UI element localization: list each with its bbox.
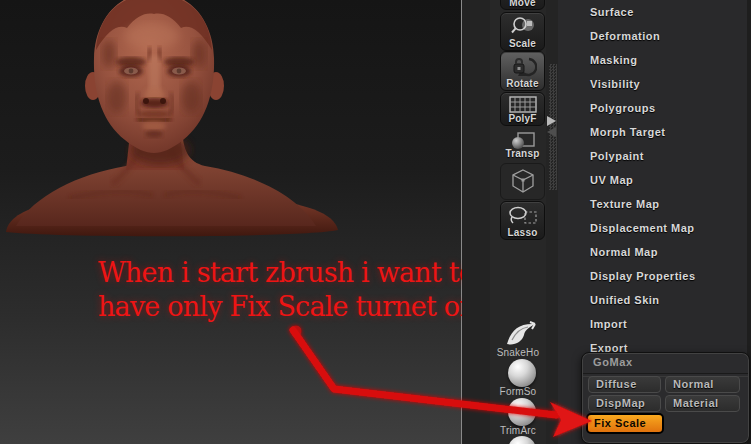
gomax-panel-title: GoMax — [593, 356, 633, 368]
polyframe-grid-icon — [509, 96, 537, 113]
move-tool-button[interactable]: Move — [500, 0, 545, 10]
annotation-line-1: When i start zbrush i want to — [98, 256, 464, 290]
subpalette-menu: Surface Deformation Masking Visibility P… — [590, 1, 696, 361]
gomax-panel: GoMax Diffuse Normal DispMap Material Fi… — [581, 352, 750, 444]
snakehook-brush-icon — [504, 318, 540, 348]
menu-item-morph-target[interactable]: Morph Target — [590, 121, 696, 145]
trimarc-brush-label: TrimArc — [488, 425, 548, 436]
perspective-tool-button[interactable] — [500, 163, 545, 200]
snakehook-brush-button[interactable] — [504, 318, 540, 348]
menu-item-deformation[interactable]: Deformation — [590, 25, 696, 49]
lasso-icon — [508, 205, 538, 227]
polyframe-tool-button[interactable]: PolyF — [500, 92, 545, 126]
menu-item-surface[interactable]: Surface — [590, 1, 696, 25]
gomax-dispmap-button[interactable]: DispMap — [588, 395, 661, 412]
gomax-material-button[interactable]: Material — [665, 395, 740, 412]
menu-item-displacement-map[interactable]: Displacement Map — [590, 217, 696, 241]
formsoft-brush-button[interactable] — [508, 359, 536, 387]
rotate-tool-label: Rotate — [501, 78, 544, 89]
menu-item-texture-map[interactable]: Texture Map — [590, 193, 696, 217]
sculpt-canvas[interactable]: When i start zbrush i want to have only … — [0, 0, 462, 444]
zbrush-window: When i start zbrush i want to have only … — [0, 0, 751, 444]
menu-item-display-properties[interactable]: Display Properties — [590, 265, 696, 289]
cube-icon — [510, 168, 536, 194]
annotation-line-2: have only Fix Scale turnet on — [98, 290, 464, 324]
menu-item-polygroups[interactable]: Polygroups — [590, 97, 696, 121]
move-tool-label: Move — [501, 0, 544, 8]
gomax-diffuse-button[interactable]: Diffuse — [588, 376, 661, 393]
menu-item-unified-skin[interactable]: Unified Skin — [590, 289, 696, 313]
rotate-tool-button[interactable]: Rotate — [500, 51, 545, 91]
sculpt-model-bust — [0, 0, 345, 240]
menu-item-visibility[interactable]: Visibility — [590, 73, 696, 97]
trimarc-brush-button[interactable] — [508, 398, 536, 426]
lasso-tool-button[interactable]: Lasso — [500, 201, 545, 240]
formsoft-brush-label: FormSo — [488, 386, 548, 397]
transparency-tool-label: Transp — [501, 148, 544, 159]
transparency-tool-button[interactable]: Transp — [500, 128, 545, 161]
menu-item-uv-map[interactable]: UV Map — [590, 169, 696, 193]
menu-item-normal-map[interactable]: Normal Map — [590, 241, 696, 265]
menu-item-masking[interactable]: Masking — [590, 49, 696, 73]
expand-right-icon[interactable] — [547, 116, 556, 126]
fix-scale-button[interactable]: Fix Scale — [586, 413, 664, 434]
lock-rotate-icon — [509, 55, 537, 79]
collapse-left-icon[interactable] — [547, 127, 556, 137]
scale-tool-label: Scale — [501, 38, 544, 49]
scale-tool-button[interactable]: Scale — [500, 12, 545, 51]
annotation-text: When i start zbrush i want to have only … — [98, 256, 464, 324]
gomax-normal-button[interactable]: Normal — [665, 376, 740, 393]
polyframe-tool-label: PolyF — [501, 113, 544, 124]
menu-item-polypaint[interactable]: Polypaint — [590, 145, 696, 169]
menu-item-import[interactable]: Import — [590, 313, 696, 337]
magnifier-icon — [510, 16, 536, 38]
snakehook-brush-label: SnakeHo — [488, 347, 548, 358]
lasso-tool-label: Lasso — [501, 227, 544, 238]
